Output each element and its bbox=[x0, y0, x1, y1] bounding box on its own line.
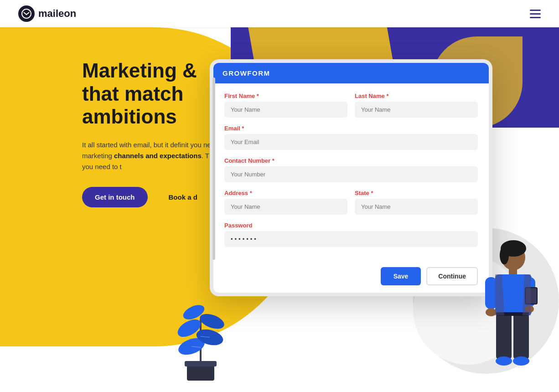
email-row: Email * bbox=[224, 125, 478, 150]
required-mark-4: * bbox=[272, 157, 274, 164]
address-label: Address * bbox=[224, 190, 347, 196]
continue-button[interactable]: Continue bbox=[426, 267, 478, 285]
address-row: Address * State * bbox=[224, 190, 478, 215]
password-label: Password bbox=[224, 222, 478, 229]
svg-rect-23 bbox=[513, 314, 529, 359]
get-in-touch-button[interactable]: Get in touch bbox=[82, 187, 148, 207]
address-group: Address * bbox=[224, 190, 347, 215]
svg-point-25 bbox=[513, 356, 529, 366]
svg-point-13 bbox=[500, 246, 509, 264]
first-name-input[interactable] bbox=[224, 102, 347, 118]
svg-rect-22 bbox=[496, 314, 512, 359]
email-group: Email * bbox=[224, 125, 478, 150]
form-body: First Name * Last Name * bbox=[213, 83, 489, 262]
address-input[interactable] bbox=[224, 199, 347, 215]
hero-desc-bold: channels and expectations bbox=[114, 152, 202, 160]
first-name-group: First Name * bbox=[224, 93, 347, 118]
svg-rect-2 bbox=[185, 361, 217, 366]
required-mark: * bbox=[257, 93, 259, 99]
email-input[interactable] bbox=[224, 134, 478, 150]
form-actions: Save Continue bbox=[213, 262, 489, 293]
contact-input[interactable] bbox=[224, 166, 478, 182]
form-header: GROWFORM bbox=[213, 63, 489, 83]
state-group: State * bbox=[355, 190, 478, 215]
required-mark-5: * bbox=[250, 190, 252, 196]
tablet-side-bar bbox=[212, 77, 215, 260]
contact-group: Contact Number * bbox=[224, 157, 478, 182]
required-mark-6: * bbox=[371, 190, 373, 196]
svg-point-20 bbox=[486, 308, 497, 316]
email-label: Email * bbox=[224, 125, 478, 132]
hero-section: Marketing &that matchambitions It all st… bbox=[0, 0, 559, 392]
logo-text: maileon bbox=[38, 8, 76, 20]
password-row: Password bbox=[224, 222, 478, 247]
save-button[interactable]: Save bbox=[381, 267, 421, 285]
last-name-group: Last Name * bbox=[355, 93, 478, 118]
state-label: State * bbox=[355, 190, 478, 196]
svg-rect-14 bbox=[509, 268, 517, 275]
navbar: maileon bbox=[0, 0, 559, 27]
svg-rect-1 bbox=[187, 365, 214, 381]
name-row: First Name * Last Name * bbox=[224, 93, 478, 118]
person-illustration bbox=[477, 237, 541, 383]
logo-icon bbox=[18, 5, 35, 22]
last-name-input[interactable] bbox=[355, 102, 478, 118]
tablet-card: GROWFORM First Name * Last Name bbox=[210, 59, 492, 296]
last-name-label: Last Name * bbox=[355, 93, 478, 99]
form-title: GROWFORM bbox=[223, 69, 270, 77]
password-group: Password bbox=[224, 222, 478, 247]
plant-illustration bbox=[164, 283, 237, 383]
first-name-label: First Name * bbox=[224, 93, 347, 99]
password-input[interactable] bbox=[224, 231, 478, 247]
svg-point-7 bbox=[198, 311, 226, 331]
book-demo-button[interactable]: Book a d bbox=[155, 187, 211, 207]
required-mark-2: * bbox=[386, 93, 388, 99]
required-mark-3: * bbox=[242, 125, 244, 132]
logo: maileon bbox=[18, 5, 76, 22]
tablet-screen: GROWFORM First Name * Last Name bbox=[213, 63, 489, 293]
contact-row: Contact Number * bbox=[224, 157, 478, 182]
state-input[interactable] bbox=[355, 199, 478, 215]
svg-point-0 bbox=[22, 9, 31, 18]
svg-point-24 bbox=[496, 356, 512, 366]
hamburger-menu[interactable] bbox=[530, 10, 541, 18]
contact-label: Contact Number * bbox=[224, 157, 478, 164]
